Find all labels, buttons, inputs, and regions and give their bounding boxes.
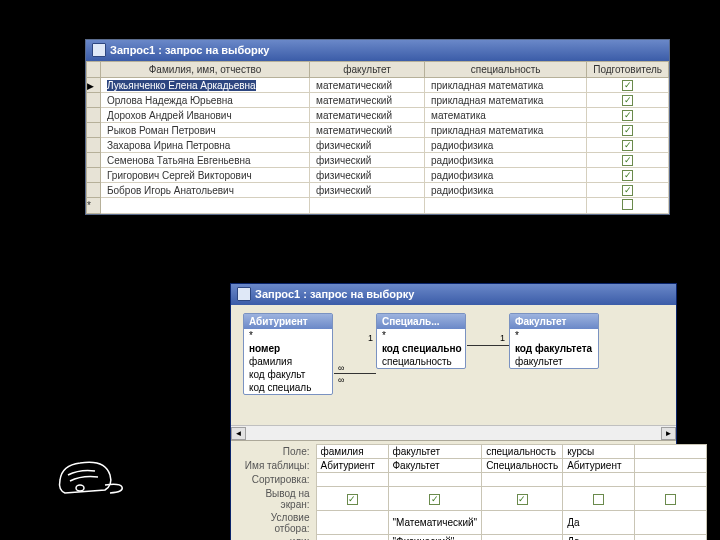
results-table[interactable]: Фамилия, имя, отчество факультет специал… — [86, 61, 669, 214]
qbe-show-checkbox[interactable]: ✓ — [563, 487, 635, 511]
qbe-cell[interactable]: "Физический" — [388, 535, 482, 541]
qbe-cell[interactable]: курсы — [563, 445, 635, 459]
table-row[interactable]: Захарова Ирина Петровнафизическийрадиофи… — [87, 138, 669, 153]
qbe-show-checkbox[interactable]: ✓ — [635, 487, 707, 511]
qbe-show-checkbox[interactable]: ✓ — [482, 487, 563, 511]
row-selector[interactable] — [87, 108, 101, 123]
row-selector[interactable] — [87, 183, 101, 198]
field[interactable]: номер — [244, 342, 332, 355]
qbe-cell[interactable] — [388, 473, 482, 487]
qbe-show-checkbox[interactable]: ✓ — [316, 487, 388, 511]
qbe-cell[interactable] — [316, 473, 388, 487]
qbe-cell[interactable]: Специальность — [482, 459, 563, 473]
cell-fio[interactable]: Дорохов Андрей Иванович — [101, 108, 310, 123]
qbe-cell[interactable] — [482, 535, 563, 541]
qbe-cell[interactable]: Да — [563, 511, 635, 535]
table-row[interactable]: Орлова Надежда Юрьевнаматематическийприк… — [87, 93, 669, 108]
qbe-cell[interactable] — [482, 473, 563, 487]
field[interactable]: код факульт — [244, 368, 332, 381]
cell-faculty[interactable]: физический — [310, 138, 425, 153]
qbe-cell[interactable]: "Математический" — [388, 511, 482, 535]
cell-faculty[interactable]: физический — [310, 168, 425, 183]
qbe-cell[interactable]: факультет — [388, 445, 482, 459]
relationship-pane[interactable]: Абитуриент * номер фамилия код факульт к… — [231, 305, 676, 440]
cell-faculty[interactable]: математический — [310, 78, 425, 93]
cell-faculty[interactable]: физический — [310, 183, 425, 198]
col-faculty[interactable]: факультет — [310, 62, 425, 78]
row-selector[interactable] — [87, 93, 101, 108]
relation-line[interactable] — [467, 345, 509, 346]
field[interactable]: факультет — [510, 355, 598, 368]
qbe-cell[interactable]: фамилия — [316, 445, 388, 459]
cell-fio[interactable]: Лукьянченко Елена Аркадьевна — [101, 78, 310, 93]
cell-prep-checkbox[interactable]: ✓ — [587, 138, 669, 153]
field[interactable]: * — [510, 329, 598, 342]
qbe-cell[interactable] — [482, 511, 563, 535]
cell-fio[interactable]: Захарова Ирина Петровна — [101, 138, 310, 153]
table-row[interactable]: ▶Лукьянченко Елена Аркадьевнаматематичес… — [87, 78, 669, 93]
design-titlebar[interactable]: Запрос1 : запрос на выборку — [231, 284, 676, 305]
cell-specialty[interactable]: радиофизика — [425, 168, 587, 183]
qbe-cell[interactable]: Абитуриент — [316, 459, 388, 473]
cell-prep-checkbox[interactable] — [587, 198, 669, 214]
cell-specialty[interactable]: радиофизика — [425, 138, 587, 153]
cell-prep-checkbox[interactable]: ✓ — [587, 108, 669, 123]
row-selector[interactable]: * — [87, 198, 101, 214]
cell-fio[interactable]: Григорович Сергей Викторович — [101, 168, 310, 183]
datasheet-titlebar[interactable]: Запрос1 : запрос на выборку — [86, 40, 669, 61]
table-row[interactable]: Дорохов Андрей Ивановичматематическиймат… — [87, 108, 669, 123]
qbe-cell[interactable] — [635, 473, 707, 487]
qbe-cell[interactable]: специальность — [482, 445, 563, 459]
table-fakultet[interactable]: Факультет * код факультета факультет — [509, 313, 599, 369]
table-row[interactable]: Рыков Роман Петровичматематическийприкла… — [87, 123, 669, 138]
row-selector[interactable] — [87, 153, 101, 168]
field[interactable]: фамилия — [244, 355, 332, 368]
col-fio[interactable]: Фамилия, имя, отчество — [101, 62, 310, 78]
row-selector[interactable] — [87, 123, 101, 138]
scroll-right-icon[interactable]: ► — [661, 427, 676, 440]
qbe-cell[interactable] — [316, 511, 388, 535]
cell-fio[interactable]: Бобров Игорь Анатольевич — [101, 183, 310, 198]
cell-faculty[interactable]: математический — [310, 93, 425, 108]
qbe-show-checkbox[interactable]: ✓ — [388, 487, 482, 511]
cell-specialty[interactable]: математика — [425, 108, 587, 123]
design-hscroll[interactable]: ◄ ► — [231, 425, 676, 440]
qbe-cell[interactable] — [316, 535, 388, 541]
field[interactable]: код специально — [377, 342, 465, 355]
cell-empty[interactable] — [310, 198, 425, 214]
qbe-cell[interactable] — [635, 459, 707, 473]
col-specialty[interactable]: специальность — [425, 62, 587, 78]
cell-prep-checkbox[interactable]: ✓ — [587, 78, 669, 93]
cell-prep-checkbox[interactable]: ✓ — [587, 168, 669, 183]
cell-empty[interactable] — [101, 198, 310, 214]
row-selector[interactable] — [87, 138, 101, 153]
relation-line[interactable] — [334, 373, 376, 374]
cell-prep-checkbox[interactable]: ✓ — [587, 183, 669, 198]
col-prep[interactable]: Подготовитель — [587, 62, 669, 78]
row-selector[interactable] — [87, 168, 101, 183]
cell-fio[interactable]: Семенова Татьяна Евгеньевна — [101, 153, 310, 168]
cell-empty[interactable] — [425, 198, 587, 214]
qbe-cell[interactable] — [635, 445, 707, 459]
cell-specialty[interactable]: радиофизика — [425, 153, 587, 168]
cell-prep-checkbox[interactable]: ✓ — [587, 123, 669, 138]
cell-specialty[interactable]: прикладная математика — [425, 123, 587, 138]
field[interactable]: специальность — [377, 355, 465, 368]
qbe-grid[interactable]: Поле: фамилия факультет специальность ку… — [231, 440, 676, 540]
qbe-cell[interactable]: Факультет — [388, 459, 482, 473]
cell-prep-checkbox[interactable]: ✓ — [587, 153, 669, 168]
table-row-new[interactable]: * — [87, 198, 669, 214]
table-row[interactable]: Григорович Сергей Викторовичфизическийра… — [87, 168, 669, 183]
cell-faculty[interactable]: математический — [310, 123, 425, 138]
cell-specialty[interactable]: радиофизика — [425, 183, 587, 198]
qbe-cell[interactable] — [635, 511, 707, 535]
cell-fio[interactable]: Орлова Надежда Юрьевна — [101, 93, 310, 108]
field[interactable]: код специаль — [244, 381, 332, 394]
field[interactable]: * — [377, 329, 465, 342]
table-row[interactable]: Семенова Татьяна Евгеньевнафизическийрад… — [87, 153, 669, 168]
qbe-cell[interactable] — [563, 473, 635, 487]
table-row[interactable]: Бобров Игорь Анатольевичфизическийрадиоф… — [87, 183, 669, 198]
qbe-cell[interactable] — [635, 535, 707, 541]
table-abiturient[interactable]: Абитуриент * номер фамилия код факульт к… — [243, 313, 333, 395]
cell-prep-checkbox[interactable]: ✓ — [587, 93, 669, 108]
